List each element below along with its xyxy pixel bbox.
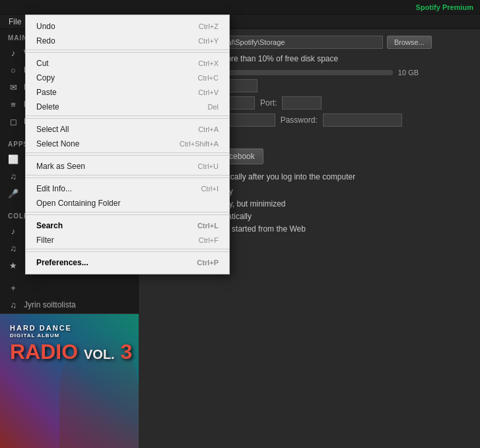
menu-group-search: Search Ctrl+L Filter Ctrl+F [26, 217, 229, 249]
separator-6 [26, 251, 229, 252]
undo-label: Undo [36, 22, 55, 31]
separator-5 [26, 214, 229, 215]
port-input[interactable] [282, 96, 322, 110]
undo-shortcut: Ctrl+Z [199, 22, 219, 30]
disk-max-label: 10 GB [398, 69, 419, 77]
edit-info-shortcut: Ctrl+I [201, 185, 219, 193]
mark-seen-label: Mark as Seen [36, 162, 85, 171]
menu-item-preferences[interactable]: Preferences... Ctrl+P [26, 255, 229, 270]
sidebar-playlist-label: Jyrin soittolista [24, 300, 76, 309]
menu-item-select-none[interactable]: Select None Ctrl+Shift+A [26, 137, 229, 151]
menu-item-filter[interactable]: Filter Ctrl+F [26, 233, 229, 247]
menu-item-select-all[interactable]: Select All Ctrl+A [26, 122, 229, 137]
port-label: Port: [260, 98, 277, 108]
select-none-shortcut: Ctrl+Shift+A [180, 140, 219, 148]
copy-shortcut: Ctrl+C [198, 74, 219, 82]
edit-dropdown-menu: Undo Ctrl+Z Redo Ctrl+Y Cut Ctrl+X Copy … [25, 15, 230, 274]
separator-2 [26, 118, 229, 119]
separator-3 [26, 155, 229, 156]
menu-group-preferences: Preferences... Ctrl+P [26, 254, 229, 271]
menu-item-redo[interactable]: Redo Ctrl+Y [26, 34, 229, 48]
menu-group-undo-redo: Undo Ctrl+Z Redo Ctrl+Y [26, 18, 229, 50]
menu-item-edit-info[interactable]: Edit Info... Ctrl+I [26, 181, 229, 196]
preferences-shortcut: Ctrl+P [197, 259, 219, 267]
delete-label: Delete [36, 102, 59, 112]
mark-seen-shortcut: Ctrl+U [198, 162, 219, 170]
select-all-label: Select All [36, 125, 69, 134]
menu-item-cut[interactable]: Cut Ctrl+X [26, 56, 229, 71]
menu-item-open-folder[interactable]: Open Containing Folder [26, 196, 229, 210]
separator-1 [26, 52, 229, 53]
menu-group-mark: Mark as Seen Ctrl+U [26, 158, 229, 176]
songs-icon: ♫ [8, 243, 18, 253]
queue-icon: ≡ [8, 99, 18, 110]
add-icon: + [8, 282, 18, 293]
delete-shortcut: Del [207, 103, 219, 111]
cut-shortcut: Ctrl+X [198, 59, 219, 67]
playlist-icon: ♫ [8, 300, 18, 310]
menu-item-search[interactable]: Search Ctrl+L [26, 218, 229, 233]
filter-label: Filter [36, 236, 54, 245]
paste-shortcut: Ctrl+V [198, 88, 219, 96]
app-title: Spotify Premium [416, 3, 473, 11]
inbox-icon: ✉ [8, 82, 18, 92]
album-art: HARD DANCE DIGITAL ALBUM RADIO vol. 3 [0, 314, 139, 448]
menu-item-delete[interactable]: Delete Del [26, 100, 229, 114]
open-folder-label: Open Containing Folder [36, 199, 120, 208]
menu-file[interactable]: File [3, 16, 26, 28]
menu-group-edit-info: Edit Info... Ctrl+I Open Containing Fold… [26, 180, 229, 212]
album-art-inner: HARD DANCE DIGITAL ALBUM RADIO vol. 3 [0, 314, 139, 448]
edit-info-label: Edit Info... [36, 184, 72, 193]
starred-icon: ★ [8, 260, 18, 271]
password-input[interactable] [323, 113, 402, 127]
title-bar: Spotify Premium [0, 0, 480, 15]
devices-icon: ◻ [8, 116, 18, 127]
separator-4 [26, 177, 229, 178]
filter-shortcut: Ctrl+F [199, 236, 219, 244]
album-silhouette [59, 334, 139, 448]
menu-item-mark-seen[interactable]: Mark as Seen Ctrl+U [26, 159, 229, 174]
copy-label: Copy [36, 73, 55, 82]
sidebar-item-playlist[interactable]: ♫ Jyrin soittolista [0, 296, 138, 313]
password-label: Password: [281, 115, 318, 125]
menu-item-copy[interactable]: Copy Ctrl+C [26, 71, 229, 85]
menu-group-select: Select All Ctrl+A Select None Ctrl+Shift… [26, 121, 229, 153]
app2-icon: ♫ [8, 171, 18, 181]
browse-button[interactable]: Browse... [387, 36, 432, 49]
music-icon: ♪ [8, 226, 18, 236]
menu-item-paste[interactable]: Paste Ctrl+V [26, 85, 229, 100]
people-icon: ○ [8, 65, 18, 75]
redo-label: Redo [36, 36, 55, 46]
menu-item-undo[interactable]: Undo Ctrl+Z [26, 19, 229, 34]
app3-icon: 🎤 [8, 188, 18, 199]
menu-group-clipboard: Cut Ctrl+X Copy Ctrl+C Paste Ctrl+V Dele… [26, 55, 229, 116]
select-none-label: Select None [36, 139, 79, 148]
select-all-shortcut: Ctrl+A [198, 125, 219, 133]
search-label: Search [36, 221, 63, 230]
album-section: HARD DANCE DIGITAL ALBUM RADIO vol. 3 Mo… [0, 313, 138, 448]
app1-icon: ⬜ [8, 154, 18, 164]
sidebar-add-playlist[interactable]: + [0, 279, 138, 296]
redo-shortcut: Ctrl+Y [198, 37, 219, 45]
cut-label: Cut [36, 59, 49, 68]
album-title-line1: HARD DANCE [10, 324, 132, 333]
paste-label: Paste [36, 88, 57, 97]
preferences-label: Preferences... [36, 258, 88, 267]
whats-new-icon: ♪ [8, 48, 18, 58]
search-shortcut: Ctrl+L [197, 222, 219, 230]
